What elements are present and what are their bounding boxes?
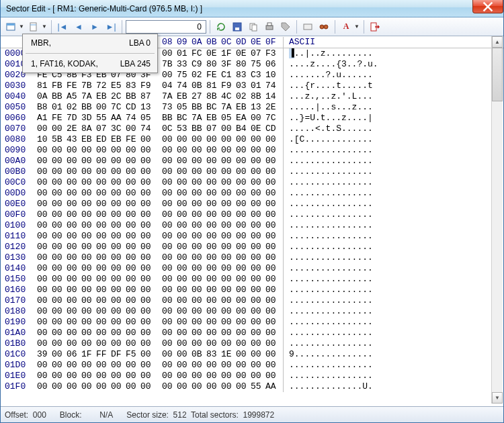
hex-byte[interactable]: 00 (96, 306, 111, 317)
row-hex[interactable]: 00000000000000000000000000000000 (33, 306, 280, 317)
hex-byte[interactable]: 00 (192, 317, 206, 328)
hex-byte[interactable]: 00 (126, 199, 140, 209)
hex-byte[interactable]: 00 (236, 263, 251, 274)
row-ascii[interactable]: ................ (283, 177, 503, 188)
hex-byte[interactable]: 00 (52, 349, 67, 360)
hex-byte[interactable]: 00 (162, 360, 177, 371)
hex-byte[interactable]: 00 (162, 252, 177, 263)
hex-byte[interactable]: 00 (236, 317, 251, 328)
hex-byte[interactable]: 00 (221, 220, 236, 231)
hex-byte[interactable]: 00 (192, 338, 206, 349)
hex-byte[interactable]: 00 (177, 381, 192, 392)
hex-row[interactable]: 012000000000000000000000000000000000....… (1, 242, 503, 252)
hex-byte[interactable]: 00 (192, 199, 206, 209)
hex-byte[interactable]: 00 (177, 167, 192, 177)
nav-last-button[interactable]: ►| (103, 19, 118, 34)
hex-byte[interactable]: 00 (192, 381, 206, 392)
hex-byte[interactable]: 00 (140, 263, 155, 274)
hex-byte[interactable]: 00 (206, 134, 221, 145)
hex-byte[interactable]: 00 (37, 188, 52, 199)
hex-byte[interactable]: 00 (96, 338, 111, 349)
hex-byte[interactable]: 00 (192, 156, 206, 167)
hex-byte[interactable]: 00 (140, 274, 155, 285)
print-button[interactable] (262, 19, 277, 34)
hex-byte[interactable]: 00 (221, 252, 236, 263)
dropdown-item-mbr[interactable]: MBR, LBA 0 (23, 34, 157, 52)
hex-byte[interactable]: 00 (206, 263, 221, 274)
hex-byte[interactable]: 8B (206, 91, 221, 102)
hex-byte[interactable]: 00 (126, 188, 140, 199)
hex-byte[interactable]: 7A (221, 102, 236, 113)
hex-byte[interactable]: 00 (221, 274, 236, 285)
nav-next-button[interactable]: ► (87, 19, 102, 34)
hex-byte[interactable]: 00 (81, 274, 96, 285)
hex-byte[interactable]: 00 (67, 145, 81, 156)
hex-byte[interactable]: 00 (140, 134, 155, 145)
hex-byte[interactable]: 00 (236, 274, 251, 285)
row-ascii[interactable]: ...{r....t.....t (283, 81, 503, 91)
hex-byte[interactable]: 00 (67, 306, 81, 317)
hex-byte[interactable]: 00 (221, 231, 236, 242)
hex-byte[interactable]: 00 (140, 381, 155, 392)
hex-byte[interactable]: 00 (96, 156, 111, 167)
row-ascii[interactable]: ................ (283, 220, 503, 231)
hex-byte[interactable]: 00 (52, 209, 67, 220)
hex-byte[interactable]: 87 (140, 91, 155, 102)
hex-byte[interactable]: 00 (177, 306, 192, 317)
hex-byte[interactable]: 00 (67, 156, 81, 167)
hex-byte[interactable]: 00 (37, 177, 52, 188)
row-ascii[interactable]: ................ (283, 242, 503, 252)
row-ascii[interactable]: ................ (283, 167, 503, 177)
hex-byte[interactable]: 00 (96, 381, 111, 392)
hex-byte[interactable]: 00 (177, 220, 192, 231)
hex-byte[interactable]: 00 (37, 381, 52, 392)
hex-byte[interactable]: 00 (96, 199, 111, 209)
hex-byte[interactable]: 83 (126, 81, 140, 91)
hex-byte[interactable]: 05 (177, 102, 192, 113)
hex-byte[interactable]: C1 (221, 70, 236, 81)
hex-byte[interactable]: 00 (177, 156, 192, 167)
hex-byte[interactable]: 00 (96, 177, 111, 188)
hex-row[interactable]: 0050B80102BB007CCD137305BBBC7AEB132E....… (1, 102, 503, 113)
hex-row[interactable]: 019000000000000000000000000000000000....… (1, 317, 503, 328)
row-ascii[interactable]: ................ (283, 371, 503, 381)
row-hex[interactable]: 00000000000000000000000000000000 (33, 188, 280, 199)
hex-byte[interactable]: 00 (67, 263, 81, 274)
hex-byte[interactable]: 00 (265, 220, 280, 231)
hex-byte[interactable]: 00 (177, 295, 192, 306)
hex-byte[interactable]: FE (206, 70, 221, 81)
hex-byte[interactable]: 00 (37, 220, 52, 231)
row-ascii[interactable]: .....|..s...z... (283, 102, 503, 113)
hex-byte[interactable]: 00 (96, 102, 111, 113)
hex-byte[interactable]: 0A (37, 91, 52, 102)
hex-byte[interactable]: 00 (265, 295, 280, 306)
hex-byte[interactable]: 00 (126, 242, 140, 252)
hex-byte[interactable]: 02 (236, 91, 251, 102)
hex-row[interactable]: 01A000000000000000000000000000000000....… (1, 328, 503, 338)
hex-byte[interactable]: 00 (52, 220, 67, 231)
hex-body[interactable]: 0000 7AB90001FC0E1F0E07F3▐..|..z........… (1, 48, 503, 404)
hex-byte[interactable]: AA (265, 381, 280, 392)
hex-byte[interactable]: 00 (221, 360, 236, 371)
hex-byte[interactable]: 00 (81, 145, 96, 156)
hex-byte[interactable]: 00 (206, 328, 221, 338)
hex-byte[interactable]: 00 (236, 242, 251, 252)
hex-byte[interactable]: 00 (126, 317, 140, 328)
hex-byte[interactable]: 75 (177, 70, 192, 81)
row-hex[interactable]: 00000000000000000000000000000000 (33, 274, 280, 285)
row-ascii[interactable]: ..............U. (283, 381, 503, 392)
hex-byte[interactable]: 00 (96, 263, 111, 274)
hex-byte[interactable]: 00 (251, 231, 265, 242)
hex-byte[interactable]: 00 (81, 285, 96, 295)
row-hex[interactable]: 00000000000000000000000000000000 (33, 263, 280, 274)
hex-byte[interactable]: 00 (265, 188, 280, 199)
hex-byte[interactable]: 4C (221, 91, 236, 102)
row-ascii[interactable]: ▐..|..z......... (283, 48, 503, 59)
hex-byte[interactable]: C3 (251, 70, 265, 81)
hex-byte[interactable]: 00 (265, 252, 280, 263)
hex-byte[interactable]: AA (111, 113, 126, 124)
hex-byte[interactable]: 00 (140, 220, 155, 231)
hex-byte[interactable]: 00 (140, 177, 155, 188)
hex-byte[interactable]: 00 (81, 231, 96, 242)
row-ascii[interactable]: ................ (283, 285, 503, 295)
